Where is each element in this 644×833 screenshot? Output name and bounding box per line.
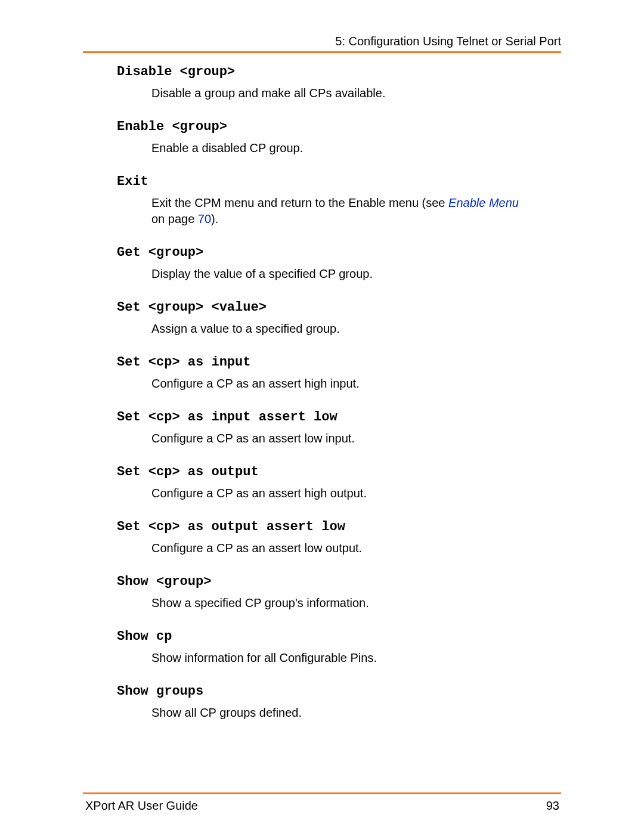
command-description: Enable a disabled CP group. [151, 140, 525, 156]
footer-divider [83, 792, 561, 794]
command-description: Show information for all Configurable Pi… [151, 650, 525, 666]
command-name: Set <cp> as input assert low [117, 410, 525, 425]
command-description: Show a specified CP group's information. [151, 595, 525, 611]
command-description: Show all CP groups defined. [151, 705, 525, 721]
command-entry: Show groups Show all CP groups defined. [117, 684, 525, 721]
command-name: Exit [117, 174, 525, 189]
command-entry: Exit Exit the CPM menu and return to the… [117, 174, 525, 227]
command-name: Get <group> [117, 245, 525, 260]
command-entry: Set <cp> as output Configure a CP as an … [117, 465, 525, 501]
footer-guide-name: XPort AR User Guide [85, 799, 198, 813]
content-area: Disable <group> Disable a group and make… [117, 64, 525, 739]
command-entry: Set <group> <value> Assign a value to a … [117, 300, 525, 337]
command-entry: Show <group> Show a specified CP group's… [117, 574, 525, 611]
link-page-number[interactable]: 70 [198, 212, 211, 225]
command-description: Configure a CP as an assert low input. [151, 431, 525, 447]
command-name: Set <group> <value> [117, 300, 525, 315]
command-description: Disable a group and make all CPs availab… [151, 85, 525, 101]
command-entry: Show cp Show information for all Configu… [117, 629, 525, 666]
command-name: Enable <group> [117, 119, 525, 134]
command-name: Set <cp> as output assert low [117, 519, 525, 534]
command-entry: Get <group> Display the value of a speci… [117, 245, 525, 282]
command-description: Configure a CP as an assert high input. [151, 376, 525, 392]
page: 5: Configuration Using Telnet or Serial … [0, 0, 644, 833]
command-description: Display the value of a specified CP grou… [151, 266, 525, 282]
command-description: Assign a value to a specified group. [151, 321, 525, 337]
desc-text: Exit the CPM menu and return to the Enab… [151, 196, 448, 209]
command-entry: Set <cp> as input assert low Configure a… [117, 410, 525, 447]
command-name: Show cp [117, 629, 525, 644]
command-entry: Set <cp> as output assert low Configure … [117, 519, 525, 556]
link-enable-menu[interactable]: Enable Menu [448, 196, 519, 209]
command-name: Show groups [117, 684, 525, 699]
command-entry: Set <cp> as input Configure a CP as an a… [117, 355, 525, 392]
command-description: Configure a CP as an assert low output. [151, 540, 525, 556]
footer-page-number: 93 [546, 799, 559, 813]
command-description: Configure a CP as an assert high output. [151, 485, 525, 501]
command-name: Disable <group> [117, 64, 525, 79]
command-description: Exit the CPM menu and return to the Enab… [151, 195, 525, 227]
command-name: Set <cp> as output [117, 465, 525, 479]
command-entry: Disable <group> Disable a group and make… [117, 64, 525, 101]
command-name: Show <group> [117, 574, 525, 589]
command-entry: Enable <group> Enable a disabled CP grou… [117, 119, 525, 156]
header-divider [83, 51, 561, 53]
desc-text: on page [151, 212, 198, 225]
command-name: Set <cp> as input [117, 355, 525, 370]
desc-text: ). [211, 212, 218, 225]
page-header: 5: Configuration Using Telnet or Serial … [335, 35, 561, 48]
